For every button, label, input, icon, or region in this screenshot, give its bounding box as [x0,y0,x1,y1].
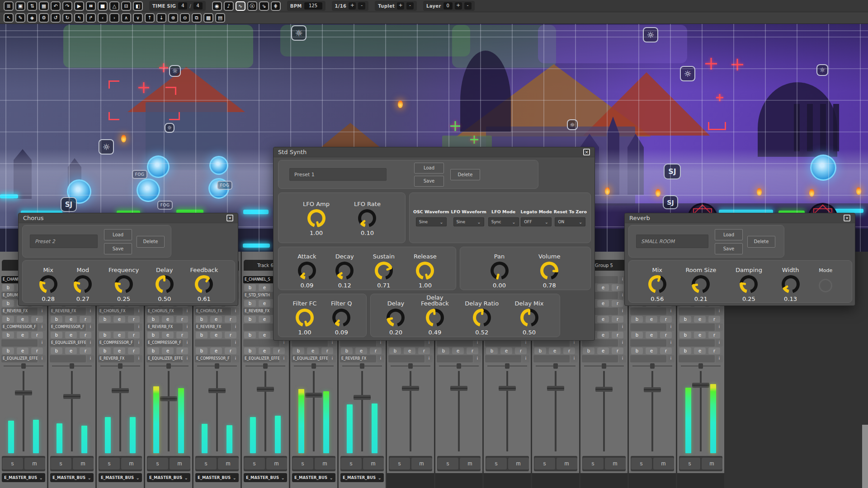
fader-handle[interactable] [257,387,274,392]
fx-remove-button[interactable]: r [176,316,188,323]
fx-remove-button[interactable]: r [612,300,623,307]
fx-remove-button[interactable]: r [612,284,623,291]
output-bus-dropdown[interactable]: E_MASTER_BUS⌄ [99,473,142,482]
pan-slider[interactable] [3,363,44,369]
fx-slot[interactable]: i [582,355,626,362]
fx-bypass-button[interactable]: b [583,347,594,354]
fx-bypass-button[interactable]: b [679,332,691,338]
fx-edit-button[interactable]: e [65,347,77,354]
solo-button[interactable]: s [534,458,555,469]
fx-slot[interactable]: E_REVERB_FXi [195,324,239,331]
knob-lfo-amp[interactable] [307,209,326,227]
chorus-title-bar[interactable]: Chorus × [19,213,238,223]
fx-info-button[interactable]: i [135,324,142,331]
uturn-right-icon[interactable]: ↱ [86,13,96,23]
fx-edit-button[interactable]: e [65,332,77,338]
fx-info-button[interactable]: i [232,339,239,347]
fx-info-button[interactable]: i [184,308,191,315]
fx-info-button[interactable]: i [329,355,336,362]
fx-slot[interactable]: E_EQUALIZER_EFFEi [1,355,46,362]
fx-info-button[interactable]: i [377,355,384,362]
fx-info-button[interactable]: i [135,339,142,347]
fx-bypass-button[interactable]: b [99,347,111,354]
output-bus-dropdown[interactable]: E_MASTER_BUS⌄ [147,473,190,482]
fx-bypass-button[interactable]: b [2,347,14,354]
knob-release[interactable] [416,262,434,280]
fx-bypass-button[interactable]: b [244,332,256,338]
fx-bypass-button[interactable]: b [2,284,14,291]
pan-slider[interactable] [680,363,722,369]
pan-handle[interactable] [650,363,655,369]
save-button[interactable]: Save [414,176,444,187]
fx-bypass-button[interactable]: b [631,332,643,338]
dropdown-lfo-mode[interactable]: Sync⌄ [488,217,519,226]
mute-button[interactable]: m [170,458,190,469]
grid-step-plus-button[interactable]: + [349,2,356,9]
pan-handle[interactable] [553,363,558,369]
fx-bypass-button[interactable]: b [438,347,449,354]
fx-bypass-button[interactable]: b [2,316,14,323]
fx-bypass-button[interactable]: b [486,347,498,354]
knob-pan[interactable] [491,262,509,280]
rotate-cw-icon[interactable]: ↻ [62,13,72,23]
fx-slot[interactable]: i [679,308,723,315]
fx-bypass-button[interactable]: b [292,347,304,354]
pan-handle[interactable] [215,363,219,369]
fx-bypass-button[interactable]: b [2,300,14,307]
fx-remove-button[interactable]: r [225,316,236,323]
mixer-sliders-icon[interactable]: ⋕ [271,1,281,11]
fx-info-button[interactable]: i [232,324,239,331]
fx-slot[interactable]: E_CHORUS_FXi [146,308,191,315]
fx-remove-button[interactable]: r [660,316,672,323]
fx-bypass-button[interactable]: b [631,316,643,323]
fader-handle[interactable] [354,395,371,400]
function-icon[interactable]: ⓧ [247,1,257,11]
fx-info-button[interactable]: i [184,355,191,362]
marquee-icon[interactable]: ▩ [203,13,213,23]
zoom-in-icon[interactable]: ⊕ [168,13,178,23]
fx-edit-button[interactable]: e [597,300,609,307]
fx-slot[interactable]: i [679,355,723,362]
fader-handle[interactable] [63,394,80,399]
mute-button[interactable]: m [218,458,239,469]
dropdown-lfo-waveform[interactable]: Sine⌄ [453,217,484,226]
waveform-icon[interactable]: ∿ [236,1,245,11]
pan-slider[interactable] [535,363,576,369]
pan-slider[interactable] [99,363,141,369]
layer-value[interactable]: 0 [443,2,453,9]
fader-handle[interactable] [208,388,226,393]
fx-remove-button[interactable]: r [612,332,623,338]
fx-bypass-button[interactable]: b [51,332,62,338]
time-sig-numerator[interactable]: 4 [178,2,187,9]
mute-button[interactable]: m [460,458,481,469]
pan-slider[interactable] [583,363,625,369]
fx-info-button[interactable]: i [184,324,191,331]
rotate-ccw-icon[interactable]: ↺ [51,13,61,23]
fx-bypass-button[interactable]: b [631,347,643,354]
fx-remove-button[interactable]: r [176,332,188,338]
solo-button[interactable]: s [2,458,23,469]
fader-handle[interactable] [305,393,322,398]
fx-slot[interactable]: E_CHORUS_FXi [195,308,239,315]
fx-edit-button[interactable]: e [597,316,609,323]
fx-info-button[interactable]: i [571,355,578,362]
import-export-icon[interactable]: ⇅ [27,1,37,11]
fx-info-button[interactable]: i [135,355,142,362]
fx-edit-button[interactable]: e [597,347,609,354]
fx-remove-button[interactable]: r [273,347,285,354]
solo-button[interactable]: s [292,458,313,469]
knob-room-size[interactable] [692,275,710,293]
fx-bypass-button[interactable]: b [196,332,208,338]
solo-button[interactable]: s [196,458,217,469]
pan-handle[interactable] [505,363,509,369]
copy-icon[interactable]: ⧉ [192,13,202,23]
fx-slot[interactable]: E_REVERB_FXi [146,324,191,331]
fx-info-button[interactable]: i [87,355,94,362]
pause-icon[interactable]: ▮▮ [86,1,96,11]
mute-button[interactable]: m [411,458,432,469]
fx-remove-button[interactable]: r [31,332,43,338]
solo-button[interactable]: s [438,458,458,469]
fx-info-button[interactable]: i [280,355,288,362]
fx-remove-button[interactable]: r [660,347,672,354]
knob-volume[interactable] [540,262,558,280]
